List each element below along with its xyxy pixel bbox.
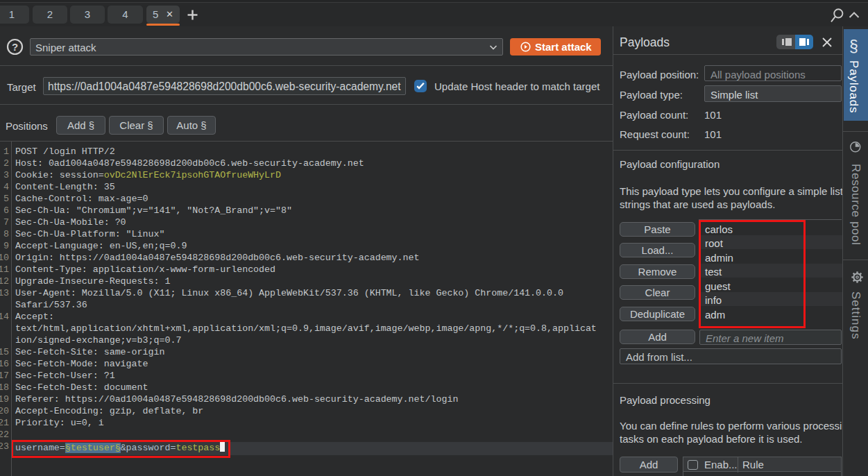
svg-text:?: ? — [12, 41, 18, 53]
